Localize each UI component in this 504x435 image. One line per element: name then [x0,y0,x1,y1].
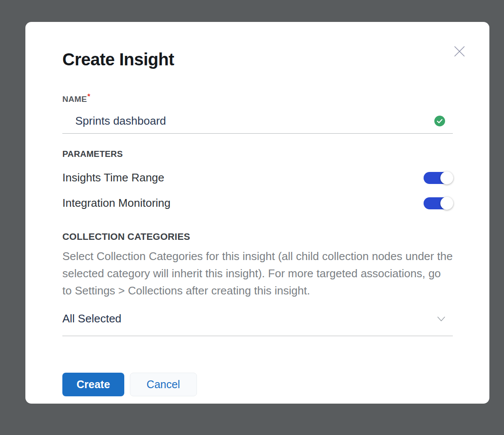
parameters-heading: PARAMETERS [62,149,453,159]
param-row-insights-time-range: Insights Time Range [62,171,453,184]
collection-categories-description: Select Collection Categories for this in… [62,248,453,299]
name-input-row [62,104,453,134]
toggle-insights-time-range[interactable] [424,172,453,184]
create-button[interactable]: Create [62,373,124,396]
collection-categories-section: COLLECTION CATEGORIES Select Collection … [62,231,453,336]
footer-actions: Create Cancel [62,373,453,396]
toggle-integration-monitoring[interactable] [424,197,453,209]
collection-categories-heading: COLLECTION CATEGORIES [62,231,453,242]
close-button[interactable] [452,44,467,58]
toggle-knob [440,197,453,210]
required-asterisk: * [87,92,90,101]
cancel-button[interactable]: Cancel [130,373,197,396]
name-label-text: NAME [62,95,87,104]
select-value: All Selected [62,312,121,325]
name-input[interactable] [75,114,434,128]
parameters-section: PARAMETERS Insights Time Range Integrati… [62,149,453,210]
modal-overlay: Create Insight NAME* PARAMETERS Insights… [0,0,504,435]
valid-check-icon [434,116,445,126]
modal-title: Create Insight [62,49,453,70]
name-label: NAME* [62,92,453,104]
name-field-section: NAME* [62,92,453,134]
toggle-knob [440,172,453,184]
chevron-down-icon [436,313,447,325]
close-icon [454,46,465,57]
param-label: Integration Monitoring [62,196,170,210]
collection-categories-select[interactable]: All Selected [62,312,453,336]
param-row-integration-monitoring: Integration Monitoring [62,196,453,210]
create-insight-modal: Create Insight NAME* PARAMETERS Insights… [25,22,489,404]
param-label: Insights Time Range [62,171,164,184]
